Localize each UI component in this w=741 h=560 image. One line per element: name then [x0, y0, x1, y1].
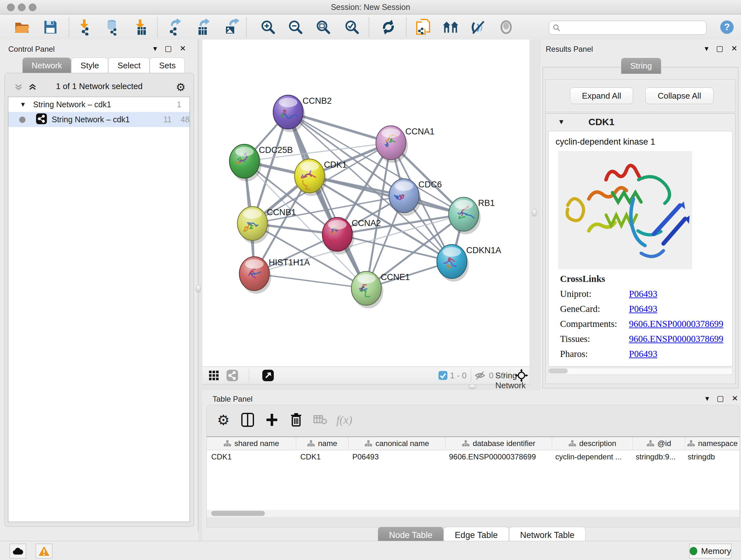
open-in-window-icon[interactable] [261, 369, 275, 382]
panel-menu-icon[interactable]: ▾ [704, 45, 709, 52]
splitter-handle[interactable] [468, 384, 476, 389]
eye-slash-icon[interactable] [473, 369, 487, 382]
search-input[interactable] [563, 23, 706, 33]
delete-table-icon[interactable] [313, 412, 328, 428]
splitter-handle[interactable] [532, 209, 537, 216]
import-table-file-icon[interactable] [133, 19, 150, 36]
import-network-file-icon[interactable] [78, 19, 95, 36]
crosslink-label: Uniprot: [560, 289, 629, 299]
results-hscrollbar[interactable] [548, 368, 733, 375]
crosslink-link[interactable]: P06493 [629, 304, 657, 314]
crosslink-link[interactable]: 9606.ENSP00000378699 [629, 319, 724, 329]
table-hscrollbar[interactable] [207, 510, 739, 517]
network-canvas[interactable]: CCNB2CCNA1CDC25BCDK1CDC6RB1CCNB1CCNA2CDK… [202, 40, 529, 367]
table-panel-title: Table Panel [212, 395, 253, 403]
tab-select[interactable]: Select [108, 57, 150, 73]
share-icon[interactable] [225, 369, 239, 382]
import-network-database-icon[interactable] [105, 19, 122, 36]
close-panel-icon[interactable]: ✕ [732, 395, 738, 402]
memory-button[interactable]: Memory [689, 544, 731, 558]
table-cell[interactable]: cyclin-dependent ... [551, 450, 631, 463]
tab-network[interactable]: Network [22, 57, 71, 73]
float-panel-icon[interactable]: ▢ [165, 45, 172, 52]
column-header-namespace[interactable]: namespace [685, 437, 739, 450]
collection-expander-icon[interactable]: ▼ [20, 101, 26, 108]
expand-all-button[interactable]: Expand All [570, 87, 633, 104]
columns-icon[interactable] [240, 412, 255, 428]
refresh-layout-icon[interactable] [380, 19, 397, 36]
network-collection-row[interactable]: ▼ String Network – cdk1 1 [8, 97, 190, 112]
collapse-all-button[interactable]: Collapse All [645, 87, 714, 104]
birdseye-icon[interactable] [515, 369, 529, 382]
string-homes-icon[interactable] [442, 19, 459, 36]
section-expander-icon[interactable]: ▼ [558, 118, 565, 126]
grid-icon[interactable] [207, 369, 221, 382]
tab-style[interactable]: Style [71, 57, 108, 73]
crosslink-link[interactable]: 9606.ENSP00000378699 [629, 334, 724, 344]
node-label: HIST1H1A [269, 258, 310, 267]
table-cell[interactable]: stringdb:9... [631, 450, 683, 463]
column-header-database-identifier[interactable]: database identifier [446, 437, 552, 450]
cloud-icon[interactable] [10, 544, 26, 558]
splitter-handle[interactable] [196, 285, 201, 293]
node-table[interactable]: shared namenamecanonical namedatabase id… [207, 436, 739, 510]
table-cell[interactable]: CDK1 [207, 450, 296, 463]
clone-network-icon[interactable] [415, 19, 431, 36]
table-cell[interactable]: 9606.ENSP00000378699 [445, 450, 551, 463]
panel-menu-icon[interactable]: ▾ [153, 45, 157, 52]
table-cell[interactable]: stringdb [683, 450, 738, 463]
warning-icon[interactable] [36, 544, 52, 558]
add-column-icon[interactable] [264, 412, 280, 428]
node-label: RB1 [478, 198, 495, 208]
float-panel-icon[interactable]: ▢ [716, 45, 724, 52]
save-session-icon[interactable] [42, 19, 59, 36]
column-header-name[interactable]: name [296, 437, 348, 450]
network-node-rb1[interactable]: RB1 [449, 197, 495, 234]
float-panel-icon[interactable]: ▢ [717, 395, 724, 402]
checkbox-icon[interactable] [436, 369, 450, 382]
open-session-icon[interactable] [14, 19, 30, 36]
crosslink-link[interactable]: P06493 [629, 289, 657, 299]
crosslink-link[interactable]: P06493 [629, 349, 657, 359]
table-cell[interactable]: P06493 [348, 450, 445, 463]
panel-menu-icon[interactable]: ▾ [705, 395, 709, 402]
gear-icon[interactable]: ⚙ [176, 81, 185, 94]
column-header-shared-name[interactable]: shared name [207, 437, 296, 450]
crosslinks-block: CrossLinks Uniprot:P06493GeneCard:P06493… [560, 273, 724, 364]
close-panel-icon[interactable]: ✕ [731, 45, 738, 52]
network-node-cdc25b[interactable]: CDC25B [229, 144, 293, 181]
column-header-@id[interactable]: @id [633, 437, 685, 450]
glasses-slash-icon[interactable] [470, 19, 486, 36]
delete-column-icon[interactable] [288, 412, 304, 428]
zoom-out-icon[interactable] [287, 19, 304, 36]
column-header-canonical-name[interactable]: canonical name [348, 437, 446, 450]
svg-text:?: ? [724, 21, 730, 32]
network-node-hist1h1a[interactable]: HIST1H1A [239, 257, 310, 294]
network-node-ccne1[interactable]: CCNE1 [351, 271, 410, 308]
function-builder-icon[interactable]: f(x) [336, 413, 352, 427]
network-row[interactable]: String Network – cdk1 11 48 [8, 112, 190, 127]
network-node-cdk1[interactable]: CDK1 [294, 159, 347, 196]
gene-section-header[interactable]: ▼ CDK1 [546, 114, 735, 130]
zoom-selected-icon[interactable] [344, 19, 360, 36]
table-row[interactable]: CDK1CDK1P064939606.ENSP00000378699cyclin… [207, 450, 739, 463]
zoom-fit-icon[interactable] [315, 19, 332, 36]
table-cell[interactable]: CDK1 [296, 450, 348, 463]
network-node-cdkn1a[interactable]: CDKN1A [437, 245, 501, 282]
export-table-icon[interactable] [195, 19, 212, 36]
export-network-icon[interactable] [167, 19, 184, 36]
column-header-description[interactable]: description [552, 437, 633, 450]
gear-icon[interactable]: ⚙ [216, 412, 231, 428]
export-image-icon[interactable] [223, 19, 240, 36]
crosslink-label: Tissues: [560, 334, 629, 344]
toolbar-separator [157, 17, 158, 37]
tab-string[interactable]: String [621, 58, 661, 74]
help-icon[interactable]: ? [719, 19, 735, 36]
zoom-in-icon[interactable] [260, 19, 276, 36]
network-node-ccnb1[interactable]: CCNB1 [238, 206, 296, 244]
sphere-eye-icon[interactable] [498, 19, 515, 36]
network-node-ccnb2[interactable]: CCNB2 [273, 95, 332, 132]
tab-sets[interactable]: Sets [150, 57, 185, 73]
close-panel-icon[interactable]: ✕ [180, 45, 186, 52]
node-count: 11 [163, 115, 172, 124]
